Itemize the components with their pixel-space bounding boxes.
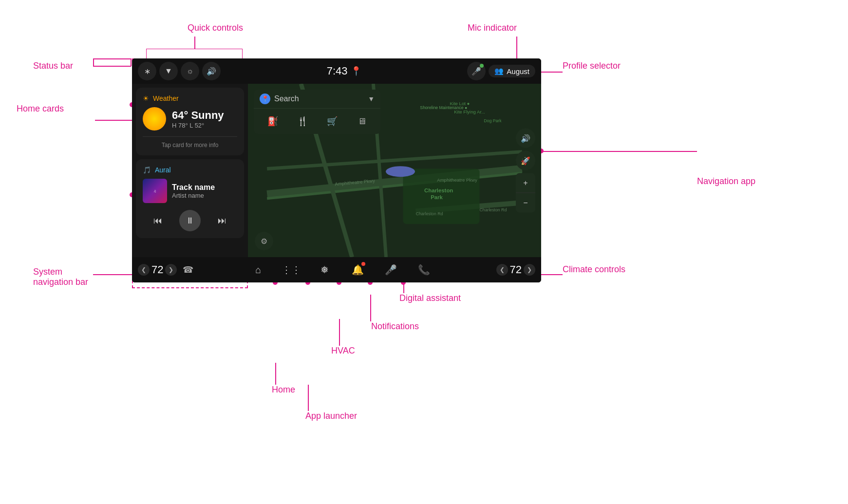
track-info: Track name Artist name [172,183,215,199]
profile-icon: 👥 [494,67,504,75]
weather-temp: 64° Sunny [172,109,224,122]
climate-left-up-button[interactable]: ❯ [165,264,177,276]
home-cards-line [95,120,132,121]
music-track-row: ♫ Track name Artist name [143,179,237,203]
signal-icon[interactable]: ▼ [159,62,178,80]
weather-tap-hint: Tap card for more info [143,136,237,149]
svg-text:Amphitheatre Pkwy: Amphitheatre Pkwy [437,177,477,183]
svg-text:Dog Park: Dog Park [484,118,502,123]
music-card-header: 🎵 Aural [143,166,237,174]
volume-icon[interactable]: 🔊 [202,62,221,80]
microphone-icon: 🎤 [385,264,397,276]
album-art: ♫ [143,179,167,203]
status-bar-line-v1 [93,58,94,66]
status-bar-line-v2 [131,58,132,66]
map-settings-button[interactable]: ⚙ [255,232,273,250]
weather-info: 64° Sunny H 78° L 52° [172,109,224,129]
search-categories: ⛽ 🍴 🛒 🖥 [254,109,380,134]
restaurant-category-icon[interactable]: 🍴 [294,112,311,130]
hvac-label: HVAC [331,346,355,356]
search-bar[interactable]: 📍 Search ▼ ⛽ 🍴 🛒 🖥 [254,90,380,134]
climate-right-up-button[interactable]: ❯ [524,264,535,276]
map-area[interactable]: Amphitheatre Pkwy Amphitheatre Pkwy Char… [248,84,541,257]
notification-badge [361,262,365,266]
quick-controls-label: Quick controls [188,23,243,33]
quick-controls-line [194,37,195,49]
notifications-button[interactable]: 🔔 [348,260,367,280]
phone-icon[interactable]: ☎ [183,264,193,275]
search-text: Search [274,94,364,103]
zoom-controls: + − [516,173,535,213]
music-app-name: Aural [155,166,171,174]
status-bar-bracket-top [93,58,131,59]
climate-left-down-button[interactable]: ❮ [138,264,150,276]
track-name: Track name [172,183,215,192]
profile-selector[interactable]: 👥 August [489,65,535,77]
zoom-out-button[interactable]: − [516,193,535,213]
music-card[interactable]: 🎵 Aural ♫ Track name Artist name ⏮ ⏸ ⏭ [136,159,244,238]
climate-left: ❮ 72 ❯ ☎ [132,263,199,276]
home-label: Home [272,385,295,395]
location-pin-icon: 📍 [351,66,361,76]
map-controls-right: 🔊 🚀 + − [516,129,535,213]
status-bar-line-h [93,66,131,67]
weather-main: 64° Sunny H 78° L 52° [143,107,237,131]
sys-nav-line [93,274,132,275]
weather-app-name: Weather [153,94,179,102]
hvac-line-v [339,319,340,346]
clock: 7:43 [327,65,348,77]
call-icon: 📞 [418,264,430,276]
system-nav-bar: ❮ 72 ❯ ☎ ⌂ ⋮⋮ ❅ 🔔 🎤 📞 [132,257,541,282]
hvac-icon: ❅ [320,264,329,276]
weather-highlow: H 78° L 52° [172,122,224,129]
climate-right: ❮ 72 ❯ [483,263,541,276]
next-button[interactable]: ⏭ [213,212,231,229]
prev-button[interactable]: ⏮ [149,212,167,229]
sun-icon [143,107,166,131]
nav-center: ⌂ ⋮⋮ ❅ 🔔 🎤 📞 [199,260,483,280]
climate-right-temp: 72 [510,263,522,276]
assistant-button[interactable]: 🎤 [381,260,400,280]
home-icon: ⌂ [255,264,261,276]
home-nav-button[interactable]: ⌂ [248,260,268,280]
fuel-category-icon[interactable]: ⛽ [264,112,282,130]
mic-line-v [516,37,517,61]
phone-nav-icon[interactable]: 📞 [414,260,433,280]
clock-area: 7:43 📍 [224,65,464,77]
play-pause-button[interactable]: ⏸ [179,210,201,231]
parking-category-icon[interactable]: 🖥 [353,112,371,130]
home-cards-label: Home cards [17,104,64,114]
climate-left-temp: 72 [151,263,163,276]
location-oval [386,166,415,177]
profile-name: August [507,67,529,75]
climate-controls-label: Climate controls [563,264,625,275]
notif-line-v [370,295,371,321]
mic-indicator-label: Mic indicator [468,23,517,33]
navigation-button[interactable]: 🚀 [516,151,535,170]
app-launcher-button[interactable]: ⋮⋮ [282,260,301,280]
status-bar-label: Status bar [33,61,73,71]
search-input-row[interactable]: 📍 Search ▼ [254,90,380,109]
mic-indicator[interactable]: 🎤 [467,62,486,80]
svg-text:Shoreline Maintenance ●: Shoreline Maintenance ● [420,105,467,110]
shopping-category-icon[interactable]: 🛒 [323,112,341,130]
volume-map-button[interactable]: 🔊 [516,129,535,148]
music-note-icon: 🎵 [143,166,151,174]
brightness-icon[interactable]: ☼ [181,62,199,80]
bluetooth-icon[interactable]: ∗ [138,62,156,80]
maps-pin-icon: 📍 [260,93,270,104]
profile-line [540,72,563,73]
profile-selector-label: Profile selector [563,61,621,71]
climate-right-down-button[interactable]: ❮ [496,264,508,276]
svg-text:Charleston Rd: Charleston Rd [480,207,507,212]
app-launcher-label: App launcher [305,411,357,421]
hvac-button[interactable]: ❅ [315,260,334,280]
weather-card[interactable]: ☀ Weather 64° Sunny H 78° L 52° Tap card… [136,88,244,155]
app-launcher-icon: ⋮⋮ [282,264,301,276]
zoom-in-button[interactable]: + [516,173,535,193]
car-ui: ∗ ▼ ☼ 🔊 7:43 📍 🎤 👥 August ☀ Weather [132,58,541,282]
digital-assistant-label: Digital assistant [399,293,461,303]
weather-icon: ☀ [143,94,149,102]
music-controls: ⏮ ⏸ ⏭ [143,210,237,231]
bell-icon: 🔔 [352,264,364,276]
